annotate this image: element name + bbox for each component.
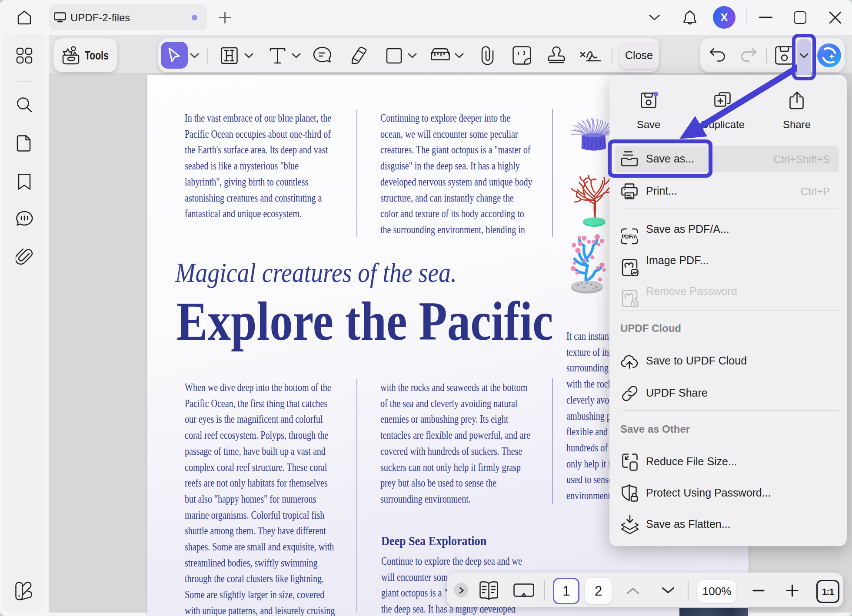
svg-text:PDF/A: PDF/A xyxy=(622,234,637,240)
